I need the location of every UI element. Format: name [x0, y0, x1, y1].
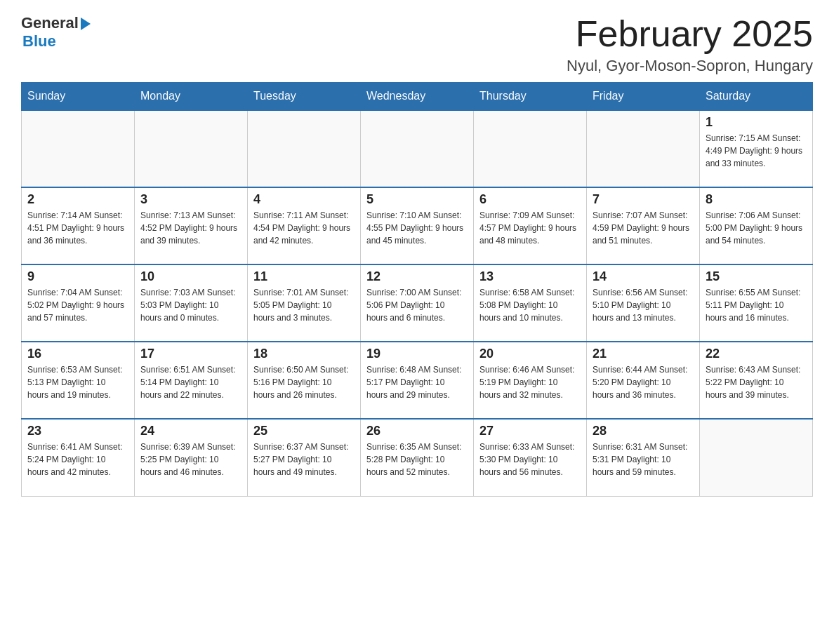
day-number: 9	[27, 269, 128, 284]
calendar-cell	[361, 110, 474, 187]
day-info: Sunrise: 7:11 AM Sunset: 4:54 PM Dayligh…	[253, 209, 355, 247]
calendar-cell: 26Sunrise: 6:35 AM Sunset: 5:28 PM Dayli…	[361, 419, 474, 496]
col-header-friday: Friday	[587, 83, 700, 111]
calendar-cell: 11Sunrise: 7:01 AM Sunset: 5:05 PM Dayli…	[248, 264, 361, 342]
calendar-cell: 10Sunrise: 7:03 AM Sunset: 5:03 PM Dayli…	[135, 264, 248, 342]
day-info: Sunrise: 6:58 AM Sunset: 5:08 PM Dayligh…	[479, 286, 581, 324]
day-number: 12	[366, 269, 468, 284]
calendar-cell: 2Sunrise: 7:14 AM Sunset: 4:51 PM Daylig…	[22, 187, 135, 264]
day-info: Sunrise: 6:39 AM Sunset: 5:25 PM Dayligh…	[140, 441, 241, 478]
calendar-cell: 25Sunrise: 6:37 AM Sunset: 5:27 PM Dayli…	[248, 419, 361, 496]
week-row-5: 23Sunrise: 6:41 AM Sunset: 5:24 PM Dayli…	[22, 419, 813, 496]
calendar-cell	[248, 110, 361, 187]
calendar-cell: 24Sunrise: 6:39 AM Sunset: 5:25 PM Dayli…	[135, 419, 248, 496]
day-number: 26	[366, 424, 468, 438]
page-header: General Blue February 2025 Nyul, Gyor-Mo…	[21, 14, 813, 75]
calendar-cell: 12Sunrise: 7:00 AM Sunset: 5:06 PM Dayli…	[361, 264, 474, 342]
day-number: 18	[253, 347, 355, 361]
day-number: 3	[140, 192, 241, 207]
day-number: 25	[253, 424, 355, 438]
day-number: 22	[706, 347, 807, 361]
day-number: 17	[140, 347, 241, 361]
day-number: 14	[593, 269, 694, 284]
day-number: 1	[706, 115, 807, 130]
day-info: Sunrise: 7:15 AM Sunset: 4:49 PM Dayligh…	[706, 132, 807, 170]
calendar-cell: 28Sunrise: 6:31 AM Sunset: 5:31 PM Dayli…	[587, 419, 700, 496]
day-info: Sunrise: 6:50 AM Sunset: 5:16 PM Dayligh…	[253, 363, 355, 401]
day-info: Sunrise: 6:51 AM Sunset: 5:14 PM Dayligh…	[140, 363, 241, 401]
week-row-2: 2Sunrise: 7:14 AM Sunset: 4:51 PM Daylig…	[22, 187, 813, 264]
col-header-tuesday: Tuesday	[248, 83, 361, 111]
day-info: Sunrise: 6:35 AM Sunset: 5:28 PM Dayligh…	[366, 441, 468, 478]
day-number: 7	[593, 192, 694, 207]
day-number: 6	[479, 192, 581, 207]
calendar-cell: 6Sunrise: 7:09 AM Sunset: 4:57 PM Daylig…	[474, 187, 587, 264]
day-number: 24	[140, 424, 241, 438]
calendar-header-row: SundayMondayTuesdayWednesdayThursdayFrid…	[22, 83, 813, 111]
day-info: Sunrise: 7:07 AM Sunset: 4:59 PM Dayligh…	[593, 209, 694, 247]
day-number: 19	[366, 347, 468, 361]
day-info: Sunrise: 6:33 AM Sunset: 5:30 PM Dayligh…	[479, 441, 581, 478]
calendar-cell: 17Sunrise: 6:51 AM Sunset: 5:14 PM Dayli…	[135, 342, 248, 419]
col-header-sunday: Sunday	[22, 83, 135, 111]
day-info: Sunrise: 6:44 AM Sunset: 5:20 PM Dayligh…	[593, 363, 694, 401]
col-header-thursday: Thursday	[474, 83, 587, 111]
calendar-cell: 13Sunrise: 6:58 AM Sunset: 5:08 PM Dayli…	[474, 264, 587, 342]
day-info: Sunrise: 6:53 AM Sunset: 5:13 PM Dayligh…	[27, 363, 128, 401]
location-title: Nyul, Gyor-Moson-Sopron, Hungary	[567, 57, 813, 75]
day-info: Sunrise: 6:43 AM Sunset: 5:22 PM Dayligh…	[706, 363, 807, 401]
day-number: 16	[27, 347, 128, 361]
calendar-table: SundayMondayTuesdayWednesdayThursdayFrid…	[21, 82, 813, 497]
calendar-cell	[22, 110, 135, 187]
day-number: 21	[593, 347, 694, 361]
day-number: 13	[479, 269, 581, 284]
month-title: February 2025	[567, 14, 813, 54]
day-number: 10	[140, 269, 241, 284]
week-row-1: 1Sunrise: 7:15 AM Sunset: 4:49 PM Daylig…	[22, 110, 813, 187]
logo-triangle-icon	[81, 18, 91, 30]
day-info: Sunrise: 7:03 AM Sunset: 5:03 PM Dayligh…	[140, 286, 241, 324]
day-number: 28	[593, 424, 694, 438]
day-info: Sunrise: 6:46 AM Sunset: 5:19 PM Dayligh…	[479, 363, 581, 401]
day-number: 11	[253, 269, 355, 284]
day-number: 20	[479, 347, 581, 361]
calendar-cell: 27Sunrise: 6:33 AM Sunset: 5:30 PM Dayli…	[474, 419, 587, 496]
day-number: 27	[479, 424, 581, 438]
calendar-cell: 21Sunrise: 6:44 AM Sunset: 5:20 PM Dayli…	[587, 342, 700, 419]
day-info: Sunrise: 7:14 AM Sunset: 4:51 PM Dayligh…	[27, 209, 128, 247]
calendar-cell: 18Sunrise: 6:50 AM Sunset: 5:16 PM Dayli…	[248, 342, 361, 419]
calendar-cell: 8Sunrise: 7:06 AM Sunset: 5:00 PM Daylig…	[700, 187, 813, 264]
day-info: Sunrise: 6:41 AM Sunset: 5:24 PM Dayligh…	[27, 441, 128, 478]
logo-blue: Blue	[22, 32, 56, 51]
day-number: 8	[706, 192, 807, 207]
calendar-cell: 20Sunrise: 6:46 AM Sunset: 5:19 PM Dayli…	[474, 342, 587, 419]
day-number: 2	[27, 192, 128, 207]
col-header-saturday: Saturday	[700, 83, 813, 111]
calendar-cell	[700, 419, 813, 496]
day-info: Sunrise: 7:13 AM Sunset: 4:52 PM Dayligh…	[140, 209, 241, 247]
logo-general: General	[21, 14, 79, 32]
day-info: Sunrise: 7:09 AM Sunset: 4:57 PM Dayligh…	[479, 209, 581, 247]
calendar-cell: 3Sunrise: 7:13 AM Sunset: 4:52 PM Daylig…	[135, 187, 248, 264]
calendar-cell	[135, 110, 248, 187]
col-header-wednesday: Wednesday	[361, 83, 474, 111]
day-number: 15	[706, 269, 807, 284]
calendar-cell: 23Sunrise: 6:41 AM Sunset: 5:24 PM Dayli…	[22, 419, 135, 496]
day-info: Sunrise: 7:04 AM Sunset: 5:02 PM Dayligh…	[27, 286, 128, 324]
day-info: Sunrise: 6:31 AM Sunset: 5:31 PM Dayligh…	[593, 441, 694, 478]
calendar-cell: 16Sunrise: 6:53 AM Sunset: 5:13 PM Dayli…	[22, 342, 135, 419]
calendar-cell: 1Sunrise: 7:15 AM Sunset: 4:49 PM Daylig…	[700, 110, 813, 187]
day-number: 23	[27, 424, 128, 438]
day-info: Sunrise: 7:06 AM Sunset: 5:00 PM Dayligh…	[706, 209, 807, 247]
calendar-cell	[587, 110, 700, 187]
day-info: Sunrise: 7:10 AM Sunset: 4:55 PM Dayligh…	[366, 209, 468, 247]
day-info: Sunrise: 6:55 AM Sunset: 5:11 PM Dayligh…	[706, 286, 807, 324]
day-info: Sunrise: 7:01 AM Sunset: 5:05 PM Dayligh…	[253, 286, 355, 324]
calendar-cell: 9Sunrise: 7:04 AM Sunset: 5:02 PM Daylig…	[22, 264, 135, 342]
calendar-cell: 4Sunrise: 7:11 AM Sunset: 4:54 PM Daylig…	[248, 187, 361, 264]
day-number: 4	[253, 192, 355, 207]
day-info: Sunrise: 6:37 AM Sunset: 5:27 PM Dayligh…	[253, 441, 355, 478]
week-row-3: 9Sunrise: 7:04 AM Sunset: 5:02 PM Daylig…	[22, 264, 813, 342]
calendar-cell: 7Sunrise: 7:07 AM Sunset: 4:59 PM Daylig…	[587, 187, 700, 264]
col-header-monday: Monday	[135, 83, 248, 111]
